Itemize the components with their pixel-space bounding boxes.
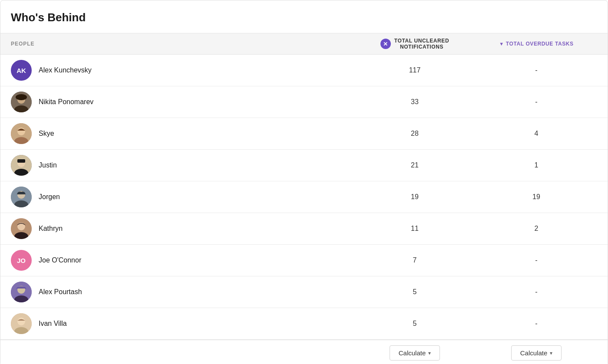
person-cell: Skye <box>11 123 354 144</box>
main-container: Who's Behind PEOPLE ✕ TOTAL UNCLEAREDNOT… <box>0 0 608 364</box>
overdue-value: - <box>476 256 597 264</box>
calculate-overdue-label: Calculate <box>520 349 548 357</box>
person-name: Skye <box>39 130 54 138</box>
person-cell: JO Joe O'Connor <box>11 250 354 271</box>
svg-point-21 <box>17 318 25 325</box>
overdue-value: - <box>476 320 597 328</box>
calculate-overdue-button[interactable]: Calculate ▾ <box>511 345 562 361</box>
person-name: Joe O'Connor <box>39 256 81 264</box>
overdue-value: 1 <box>476 161 597 169</box>
table-row: Kathryn 11 2 <box>0 213 608 245</box>
sort-arrow-icon: ▼ <box>499 41 504 46</box>
person-cell: Justin <box>11 155 354 176</box>
person-cell: Ivan Villa <box>11 313 354 334</box>
svg-rect-10 <box>17 159 25 163</box>
table-row: Jorgen 19 19 <box>0 181 608 213</box>
person-name: Jorgen <box>39 193 60 201</box>
avatar <box>11 187 32 207</box>
person-name: Kathryn <box>39 225 63 233</box>
notifications-value: 7 <box>354 256 476 264</box>
table-row: Skye 28 4 <box>0 118 608 150</box>
chevron-down-icon: ▾ <box>428 350 431 356</box>
notifications-value: 5 <box>354 288 476 296</box>
avatar <box>11 155 32 176</box>
table-row: JO Joe O'Connor 7 - <box>0 245 608 276</box>
person-cell: Jorgen <box>11 187 354 207</box>
table-row: Ivan Villa 5 - <box>0 308 608 340</box>
notifications-value: 21 <box>354 161 476 169</box>
avatar <box>11 218 32 239</box>
notifications-value: 117 <box>354 66 476 74</box>
table-row: Alex Pourtash 5 - <box>0 276 608 308</box>
person-name: Alex Kunchevsky <box>39 66 92 74</box>
avatar <box>11 123 32 144</box>
col-people-header: PEOPLE <box>11 41 354 47</box>
col-overdue-header[interactable]: ▼ TOTAL OVERDUE TASKS <box>476 41 597 47</box>
calculate-notifications-label: Calculate <box>399 349 426 357</box>
person-name: Nikita Ponomarev <box>39 98 93 106</box>
page-title: Who's Behind <box>0 0 608 33</box>
person-cell: Kathryn <box>11 218 354 239</box>
overdue-value: - <box>476 66 597 74</box>
overdue-value: 19 <box>476 193 597 201</box>
svg-point-3 <box>16 94 27 100</box>
person-cell: Alex Pourtash <box>11 282 354 302</box>
avatar <box>11 282 32 302</box>
table-row: AK Alex Kunchevsky 117 - <box>0 55 608 86</box>
overdue-value: - <box>476 288 597 296</box>
notifications-header-label: TOTAL UNCLEAREDNOTIFICATIONS <box>394 38 449 50</box>
overdue-value: 2 <box>476 225 597 233</box>
person-cell: AK Alex Kunchevsky <box>11 60 354 81</box>
overdue-value: - <box>476 98 597 106</box>
notifications-value: 28 <box>354 130 476 138</box>
clear-filter-button[interactable]: ✕ <box>380 39 391 49</box>
calculate-notifications-button[interactable]: Calculate ▾ <box>390 345 440 361</box>
avatar: JO <box>11 250 32 271</box>
table-row: Justin 21 1 <box>0 150 608 181</box>
table-row: Nikita Ponomarev 33 - <box>0 86 608 118</box>
table-header: PEOPLE ✕ TOTAL UNCLEAREDNOTIFICATIONS ▼ … <box>0 33 608 55</box>
person-cell: Nikita Ponomarev <box>11 92 354 112</box>
notifications-value: 33 <box>354 98 476 106</box>
person-name: Justin <box>39 161 57 169</box>
person-name: Ivan Villa <box>39 320 67 328</box>
footer-row: Calculate ▾ Calculate ▾ <box>0 340 608 364</box>
notifications-value: 5 <box>354 320 476 328</box>
notifications-value: 11 <box>354 225 476 233</box>
avatar: AK <box>11 60 32 81</box>
person-name: Alex Pourtash <box>39 288 82 296</box>
chevron-down-icon: ▾ <box>550 350 552 356</box>
svg-point-15 <box>17 223 25 230</box>
notifications-value: 19 <box>354 193 476 201</box>
avatar <box>11 92 32 112</box>
avatar <box>11 313 32 334</box>
overdue-header-label: TOTAL OVERDUE TASKS <box>506 41 574 47</box>
col-notifications-header: ✕ TOTAL UNCLEAREDNOTIFICATIONS <box>354 38 476 50</box>
overdue-value: 4 <box>476 130 597 138</box>
